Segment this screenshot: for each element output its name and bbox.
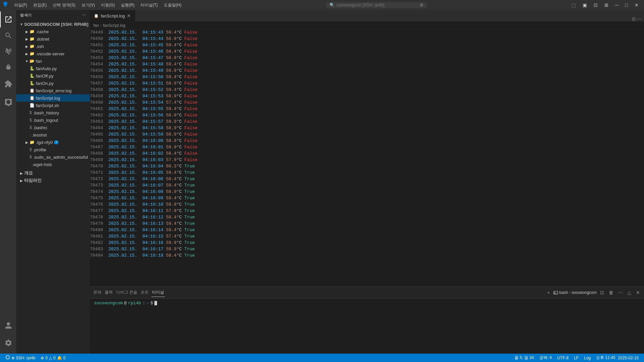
line-content: 2025.02.15. 04:16:16 59.9°C True xyxy=(108,240,195,246)
tab-fanScript[interactable]: 📋 fanScript.log ✕ xyxy=(90,10,135,21)
tab-close-icon[interactable]: ✕ xyxy=(127,13,131,18)
sidebar-item-vscode-server[interactable]: ▶ 📁 .vscode-server xyxy=(16,50,90,57)
activity-scm[interactable] xyxy=(0,44,16,60)
ssh-caret: ▶ xyxy=(24,45,30,48)
close-panel-button[interactable]: ✕ xyxy=(635,289,641,296)
tab-icon: 📋 xyxy=(94,14,99,18)
panel-tab-debug[interactable]: 디버그 콘솔 xyxy=(115,288,138,297)
status-language[interactable]: Log xyxy=(581,356,593,360)
panel-tab-terminal[interactable]: 터미널 xyxy=(151,288,165,297)
status-spaces[interactable]: 공백: 4 xyxy=(537,355,554,361)
terminal-prompt: sooseongcom@rpi4b:~$ xyxy=(94,301,640,306)
activity-search[interactable] xyxy=(0,28,16,44)
more-terminal-button[interactable]: ⋯ xyxy=(617,289,624,296)
customize-button[interactable]: ⊞ xyxy=(602,1,611,9)
sidebar-item-wget-hsts[interactable]: . .wget-hsts xyxy=(16,161,90,168)
status-eol[interactable]: LF xyxy=(571,356,581,360)
sidebar-item-fanOff[interactable]: 🐍 fanOff.py xyxy=(16,72,90,80)
breadcrumb-fan[interactable]: fan xyxy=(93,23,99,28)
menu-selection[interactable]: 선택 영역(S) xyxy=(50,2,78,9)
activity-bar xyxy=(0,10,16,354)
sidebar-item-dotnet[interactable]: ▶ 📁 .dotnet xyxy=(16,35,90,43)
line-number: 70464 xyxy=(90,125,108,131)
status-remote[interactable]: ⊗ SSH: rpi4b xyxy=(3,354,38,362)
menu-go[interactable]: 이동(G) xyxy=(98,2,117,9)
line-number: 70472 xyxy=(90,176,108,182)
activity-account[interactable] xyxy=(0,317,16,333)
sidebar-timeline[interactable]: ▶ 타임라인 xyxy=(16,177,90,184)
kill-terminal-button[interactable]: 🗑 xyxy=(607,289,615,296)
title-bar-search[interactable]: 🔍 ⚙ xyxy=(326,2,427,8)
menu-run[interactable]: 실행(R) xyxy=(118,2,137,9)
sidebar-item-sudo[interactable]: $ .sudo_as_admin_successful xyxy=(16,153,90,161)
sidebar-item-lgd-nfy0[interactable]: ▶ 📁 .lgd-nfy0 ? xyxy=(16,139,90,146)
sidebar-item-cache[interactable]: ▶ 📁 .cache xyxy=(16,28,90,35)
sidebar-item-bashrc[interactable]: $ .bashrc xyxy=(16,124,90,131)
more-actions-button[interactable]: ⋯ xyxy=(637,16,641,21)
table-row: 704562025.02.15. 04:15:50 59.4°C False xyxy=(90,74,644,80)
table-row: 704772025.02.15. 04:16:11 57.9°C True xyxy=(90,208,644,214)
split-editor-button[interactable]: ⊡ xyxy=(632,16,636,21)
activity-settings[interactable] xyxy=(0,335,16,351)
status-errors[interactable]: ⊗ 0 △ 0 🔔 0 xyxy=(38,354,68,362)
table-row: 704632025.02.15. 04:15:57 59.9°C False xyxy=(90,118,644,125)
sidebar-item-lesshst[interactable]: . .lesshst xyxy=(16,131,90,139)
menu-view[interactable]: 보기(V) xyxy=(79,2,98,9)
activity-remote[interactable] xyxy=(0,95,16,111)
maximize-button[interactable]: □ xyxy=(623,1,631,9)
line-content: 2025.02.15. 04:15:49 59.9°C False xyxy=(108,67,197,74)
sidebar-item-fan[interactable]: ▼ 📂 fan xyxy=(16,57,90,65)
sidebar-outline[interactable]: ▶ 개요 xyxy=(16,169,90,177)
panel-tab-ports[interactable]: 포트 xyxy=(140,288,149,297)
breadcrumb-file[interactable]: fanScript.log xyxy=(103,23,126,28)
fan-caret: ▼ xyxy=(24,59,30,63)
sidebar-item-fanScript[interactable]: 📋 fanScript.log xyxy=(16,94,90,102)
activity-explorer[interactable] xyxy=(0,11,16,28)
panel-tab-output[interactable]: 출력 xyxy=(104,288,113,297)
search-input[interactable] xyxy=(337,3,418,7)
sudo-label: .sudo_as_admin_successful xyxy=(33,155,88,160)
close-button[interactable]: ✕ xyxy=(632,1,641,9)
line-content: 2025.02.15. 04:16:06 58.4°C True xyxy=(108,176,195,182)
status-position[interactable]: 줄 5, 열 34 xyxy=(512,355,536,361)
split-terminal-button[interactable]: ⊡ xyxy=(599,289,605,296)
prompt-at: @ xyxy=(124,301,127,306)
split-button[interactable]: ⊡ xyxy=(591,1,600,9)
sidebar-item-ssh[interactable]: ▶ 📁 .ssh xyxy=(16,43,90,50)
sidebar-root[interactable]: ▼ SOOSEONGCOM [SSH: RPI4B] xyxy=(16,20,90,28)
sidebar-item-fanAuto[interactable]: 🐍 fanAuto.py xyxy=(16,65,90,72)
line-content: 2025.02.15. 04:16:01 58.9°C False xyxy=(108,144,197,150)
breadcrumb: fan › fanScript.log xyxy=(90,22,644,29)
editor-content[interactable]: 704492025.02.15. 04:15:43 59.4°C False70… xyxy=(90,29,644,287)
add-terminal-button[interactable]: + xyxy=(546,289,551,296)
menu-terminal[interactable]: 터미널(T) xyxy=(138,2,160,9)
sidebar-item-bash-logout[interactable]: $ .bash_logout xyxy=(16,116,90,124)
sidebar-item-fanScript-error[interactable]: 📋 fanScript_error.log xyxy=(16,87,90,94)
status-encoding[interactable]: UTF-8 xyxy=(554,356,571,360)
activity-debug[interactable] xyxy=(0,60,16,76)
line-number: 70461 xyxy=(90,106,108,112)
fanOn-label: fanOn.py xyxy=(36,81,54,86)
table-row: 704652025.02.15. 04:15:59 58.9°C False xyxy=(90,131,644,138)
wget-hsts-label: .wget-hsts xyxy=(32,162,52,167)
sidebar-item-fanScript-sh[interactable]: 📄 fanScript.sh xyxy=(16,102,90,109)
sidebar-item-fanOn[interactable]: 🐍 fanOn.py xyxy=(16,80,90,87)
file-icon: $ xyxy=(30,110,32,115)
py-file-icon: 🐍 xyxy=(30,66,35,71)
panel-tab-problems[interactable]: 문제 xyxy=(93,288,102,297)
panel-button[interactable]: ▣ xyxy=(580,1,590,9)
menu-edit[interactable]: 편집(E) xyxy=(31,2,49,9)
title-bar-left: 파일(F) 편집(E) 선택 영역(S) 보기(V) 이동(G) 실행(R) 터… xyxy=(3,2,184,9)
minimize-button[interactable]: ─ xyxy=(612,1,621,9)
activity-extensions[interactable] xyxy=(0,76,16,92)
sidebar-item-profile[interactable]: $ .profile xyxy=(16,146,90,153)
sidebar-item-bash-history[interactable]: $ .bash_history xyxy=(16,109,90,116)
menu-help[interactable]: 도움말(H) xyxy=(161,2,184,9)
layout-button[interactable]: ⬚ xyxy=(569,1,579,9)
menu-file[interactable]: 파일(F) xyxy=(11,2,30,9)
sidebar-more-icon[interactable]: ⋯ xyxy=(82,13,86,17)
folder-icon: 📁 xyxy=(30,140,35,145)
terminal-content[interactable]: sooseongcom@rpi4b:~$ xyxy=(90,299,644,354)
time-label: 오후 11:45 xyxy=(596,355,615,361)
maximize-panel-button[interactable]: △ xyxy=(626,289,633,296)
